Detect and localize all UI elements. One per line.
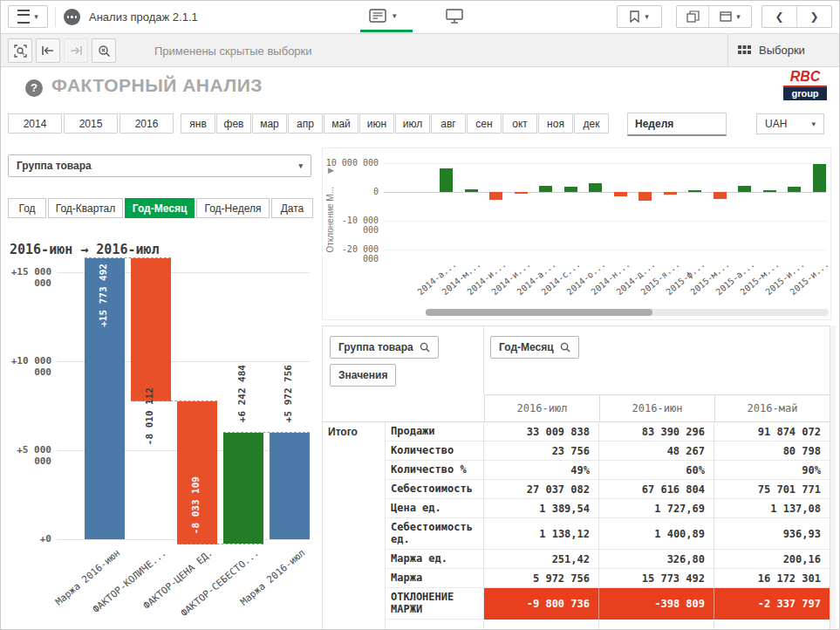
help-icon[interactable]: ? [25,79,43,97]
value-cell[interactable]: 27 037 082 [484,480,599,499]
value-cell[interactable]: 48 267 [599,442,714,461]
deviation-bar[interactable] [589,183,602,192]
value-cell[interactable]: 83 390 296 [599,422,714,442]
month-button[interactable]: сен [467,113,502,134]
value-cell[interactable]: 91 874 072 [714,422,830,442]
tab-год[interactable]: Год [8,198,46,218]
values-button[interactable]: Значения [330,364,396,387]
value-cell[interactable]: 90% [714,461,830,480]
month-button[interactable]: июл [395,113,430,134]
value-cell[interactable]: 1 137,08 [714,499,830,518]
value-cell[interactable]: -398 809 [599,588,714,620]
column-header-cell[interactable]: 2016-июл [484,394,599,421]
value-cell[interactable]: 251,42 [484,550,599,569]
month-button[interactable]: май [324,113,359,134]
currency-dropdown[interactable]: UAH ▾ [756,113,824,134]
deviation-bar[interactable] [539,186,552,192]
deviation-bar[interactable] [738,186,751,192]
week-listbox[interactable]: Неделя [627,113,727,136]
value-cell[interactable]: 1 400,89 [599,518,714,550]
previous-sheet-button[interactable]: ❮ [762,6,796,27]
value-cell[interactable]: -9 800 736 [484,588,599,620]
value-cell[interactable]: 23 756 [484,442,599,461]
chart-scrollbar-thumb[interactable] [426,309,652,316]
deviation-bar[interactable] [788,187,801,192]
month-button[interactable]: янв [181,113,215,134]
deviation-bar[interactable] [763,190,776,192]
column-dimension-button[interactable]: Год-Месяц [490,336,579,359]
month-button[interactable]: апр [288,113,323,134]
pivot-scrollbar[interactable] [830,325,836,630]
deviation-bar[interactable] [688,190,701,192]
value-cell[interactable]: 60% [599,461,714,480]
deviation-bar[interactable] [714,192,727,199]
deviation-bar[interactable] [813,164,826,192]
value-cell[interactable]: 1 389,54 [484,499,599,518]
value-cell[interactable] [599,620,714,630]
measure-name-cell[interactable]: ФАКТОР- [386,620,484,630]
value-cell[interactable]: 200,16 [714,550,830,569]
month-button[interactable]: мар [252,113,287,134]
value-cell[interactable]: 1 138,12 [484,518,599,550]
presentation-button[interactable] [446,9,463,24]
month-button[interactable]: фев [216,113,251,134]
value-cell[interactable]: 49% [484,461,599,480]
waterfall-bar[interactable] [223,433,263,544]
value-cell[interactable]: 80 798 [714,442,830,461]
year-button[interactable]: 2014 [8,113,62,134]
month-button[interactable]: июн [359,113,394,134]
deviation-bar[interactable] [564,187,577,192]
value-cell[interactable]: -2 337 797 [714,588,830,620]
clear-selections-button[interactable] [92,38,116,63]
smart-search-button[interactable] [8,38,32,63]
measure-name-cell[interactable]: Продажи [386,422,484,442]
value-cell[interactable]: 15 773 492 [599,569,714,588]
value-cell[interactable]: 75 701 771 [714,480,830,499]
column-header-cell[interactable]: 2016-июн [599,394,714,421]
deviation-bar[interactable] [440,168,453,192]
column-header-cell[interactable]: 2016-май [714,394,830,421]
step-forward-button[interactable] [64,38,88,63]
window-options-button[interactable]: ▾ [708,6,751,27]
measure-name-cell[interactable]: Маржа ед. [386,550,484,569]
waterfall-bar[interactable] [270,433,310,539]
month-button[interactable]: авг [431,113,466,134]
value-cell[interactable]: 33 009 838 [484,422,599,442]
deviation-bar[interactable] [614,192,627,196]
deviation-bar[interactable] [639,192,652,201]
menu-button[interactable]: ▾ [8,5,48,28]
measure-name-cell[interactable]: Маржа [386,569,484,588]
value-cell[interactable]: 67 616 804 [599,480,714,499]
deviation-bar[interactable] [515,192,528,194]
tab-год-неделя[interactable]: Год-Неделя [196,198,270,218]
measure-name-cell[interactable]: Количество [386,442,484,461]
value-cell[interactable]: 1 727,69 [599,499,714,518]
month-button[interactable]: окт [502,113,537,134]
measure-name-cell[interactable]: ОТКЛОНЕНИЕ МАРЖИ [386,588,484,620]
next-sheet-button[interactable]: ❯ [796,6,831,27]
row-dimension-button[interactable]: Группа товара [330,336,439,359]
month-button[interactable]: дек [574,113,609,134]
measure-name-cell[interactable]: Цена ед. [386,499,484,518]
value-cell[interactable] [714,620,830,630]
app-info-icon[interactable] [64,9,80,25]
step-back-button[interactable] [36,38,60,63]
measure-name-cell[interactable]: Количество % [386,461,484,480]
year-button[interactable]: 2016 [120,113,174,134]
waterfall-bar[interactable] [131,258,171,401]
measure-name-cell[interactable]: Себестоимость ед. [386,518,484,550]
tab-год-квартал[interactable]: Год-Квартал [48,198,123,218]
deviation-bar[interactable] [465,189,478,192]
sheet-selector-button[interactable]: ▾ [369,9,397,23]
year-button[interactable]: 2015 [64,113,118,134]
measure-name-cell[interactable]: Себестоимость [386,480,484,499]
value-cell[interactable]: 5 972 756 [484,569,599,588]
value-cell[interactable]: 326,80 [599,550,714,569]
tab-год-месяц[interactable]: Год-Месяц [125,198,195,218]
duplicate-window-button[interactable] [677,6,708,27]
deviation-bar[interactable] [664,192,677,195]
deviation-bar[interactable] [489,192,502,200]
tab-дата[interactable]: Дата [271,198,313,218]
value-cell[interactable]: 16 172 301 [714,569,830,588]
product-group-dropdown[interactable]: Группа товара ▾ [8,154,311,177]
